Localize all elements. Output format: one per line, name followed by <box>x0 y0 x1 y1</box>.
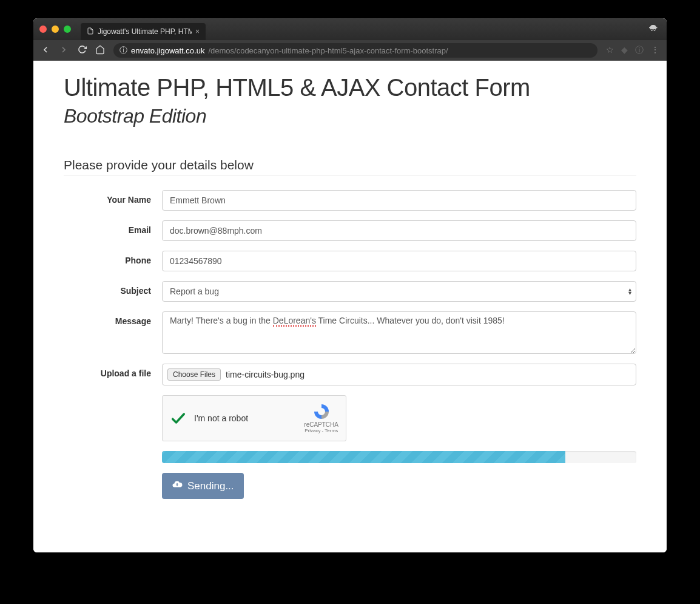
site-info-icon[interactable]: ⓘ <box>635 45 644 56</box>
message-label: Message <box>64 311 162 354</box>
file-input[interactable]: Choose Files time-circuits-bug.png <box>162 364 636 385</box>
file-name: time-circuits-bug.png <box>226 370 305 379</box>
message-textarea[interactable]: Marty! There's a bug in the DeLorean's T… <box>162 311 636 354</box>
menu-icon[interactable]: ⋮ <box>651 45 659 56</box>
recaptcha-brand: reCAPTCHA Privacy - Terms <box>304 403 338 433</box>
window-controls <box>39 25 81 33</box>
recaptcha-label: I'm not a robot <box>194 413 297 423</box>
tab-title: Jigowatt's Ultimate PHP, HTML <box>98 27 192 36</box>
file-icon <box>87 27 94 36</box>
phone-label: Phone <box>64 251 162 271</box>
url-host: envato.jigowatt.co.uk <box>131 46 204 55</box>
progress-bar <box>162 451 636 463</box>
email-input[interactable] <box>162 220 636 241</box>
address-bar: ⓘ envato.jigowatt.co.uk/demos/codecanyon… <box>33 40 667 61</box>
extension-icon[interactable]: ◆ <box>621 45 628 56</box>
choose-files-button[interactable]: Choose Files <box>167 368 221 381</box>
upload-label: Upload a file <box>64 364 162 385</box>
page-title: Ultimate PHP, HTML5 & AJAX Contact Form <box>64 74 636 101</box>
browser-window: Jigowatt's Ultimate PHP, HTML × ⓘ envato… <box>33 18 667 552</box>
url-input[interactable]: ⓘ envato.jigowatt.co.uk/demos/codecanyon… <box>113 43 597 58</box>
name-input[interactable] <box>162 190 636 211</box>
reload-button[interactable] <box>77 45 87 56</box>
submit-label: Sending... <box>187 480 234 492</box>
name-label: Your Name <box>64 190 162 211</box>
forward-button[interactable] <box>59 45 69 56</box>
form-legend: Please provide your details below <box>64 158 636 175</box>
subject-select[interactable]: Report a bug <box>162 281 636 302</box>
tab-bar: Jigowatt's Ultimate PHP, HTML × <box>33 18 667 40</box>
progress-bar-fill <box>162 451 565 463</box>
upload-cloud-icon <box>172 479 183 493</box>
recaptcha-widget[interactable]: I'm not a robot reCAPTCHA Privacy - Term… <box>162 395 346 441</box>
home-button[interactable] <box>95 45 105 56</box>
phone-input[interactable] <box>162 251 636 271</box>
star-icon[interactable]: ☆ <box>606 45 614 56</box>
email-label: Email <box>64 220 162 241</box>
checkmark-icon <box>170 410 187 427</box>
info-icon[interactable]: ⓘ <box>119 45 127 56</box>
minimize-window-button[interactable] <box>52 25 59 33</box>
browser-tab[interactable]: Jigowatt's Ultimate PHP, HTML × <box>81 23 206 40</box>
subject-label: Subject <box>64 281 162 302</box>
page-content: Ultimate PHP, HTML5 & AJAX Contact Form … <box>33 61 667 552</box>
page-subtitle: Bootstrap Edition <box>64 105 636 127</box>
recaptcha-logo-icon <box>304 403 338 421</box>
maximize-window-button[interactable] <box>64 25 71 33</box>
url-path: /demos/codecanyon-ultimate-php-html5-aja… <box>208 46 448 55</box>
submit-button[interactable]: Sending... <box>162 473 244 499</box>
incognito-icon <box>647 23 658 36</box>
back-button[interactable] <box>41 45 50 56</box>
close-tab-icon[interactable]: × <box>195 27 200 36</box>
close-window-button[interactable] <box>39 25 47 33</box>
